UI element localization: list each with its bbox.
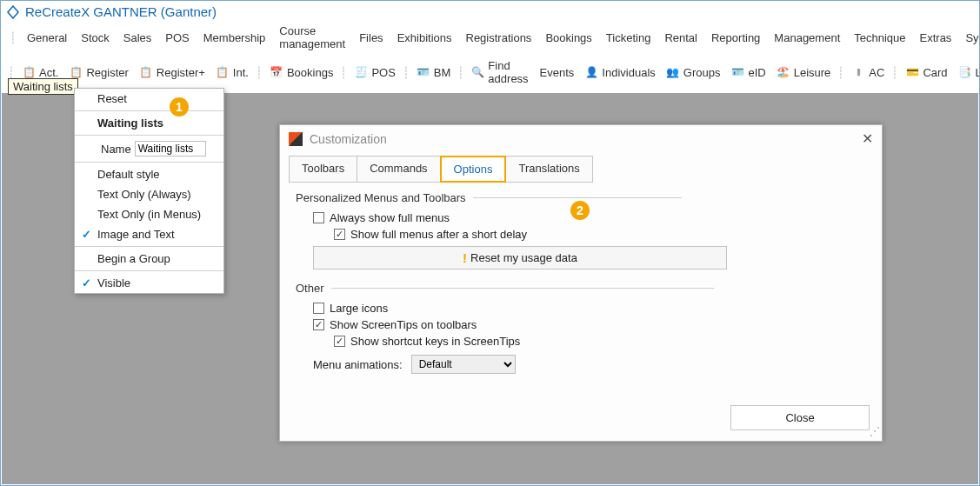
checkbox-checked-icon: ✓ xyxy=(334,229,345,240)
ctx-reset[interactable]: Reset xyxy=(75,89,223,109)
close-button[interactable]: Close xyxy=(730,405,870,430)
close-icon[interactable]: ✕ xyxy=(862,130,873,147)
id-card-icon: 🪪 xyxy=(730,65,744,79)
dialog-icon xyxy=(289,132,303,146)
ctx-waiting-lists[interactable]: Waiting lists xyxy=(75,113,223,133)
ctx-default-style[interactable]: Default style xyxy=(75,164,223,184)
clipboard-icon: 📋 xyxy=(22,65,36,79)
ctx-name-input[interactable] xyxy=(135,141,206,156)
resize-grip-icon[interactable]: ⋰ xyxy=(870,425,878,437)
tool-ac[interactable]: ⦀AC xyxy=(846,63,890,81)
menu-bookings[interactable]: Bookings xyxy=(538,30,598,46)
toolbar-separator: ┊ xyxy=(256,66,263,79)
tab-toolbars[interactable]: Toolbars xyxy=(289,156,357,183)
ctx-text-only-menus[interactable]: Text Only (in Menus) xyxy=(75,204,223,224)
menu-sales[interactable]: Sales xyxy=(117,30,159,46)
annotation-1: 1 xyxy=(170,97,189,117)
tool-register-plus[interactable]: 📋Register+ xyxy=(134,63,210,81)
leisure-icon: 🏖️ xyxy=(777,65,790,79)
ctx-text-only-always[interactable]: Text Only (Always) xyxy=(75,184,223,204)
menu-files[interactable]: Files xyxy=(352,30,390,46)
check-icon: ✓ xyxy=(82,276,97,290)
menu-pos[interactable]: POS xyxy=(158,30,196,46)
tool-eid[interactable]: 🪪eID xyxy=(725,63,770,81)
context-menu: Reset Waiting lists Name Default style T… xyxy=(74,88,224,294)
ctx-name-row: Name xyxy=(75,137,223,160)
tab-translations[interactable]: Translations xyxy=(505,156,592,183)
search-icon: 🔍 xyxy=(471,65,484,79)
checkbox-icon xyxy=(313,303,324,314)
toolbar-separator: ┊ xyxy=(340,66,347,79)
menu-extras[interactable]: Extras xyxy=(913,30,959,46)
toolbar-separator: ┊ xyxy=(891,66,898,79)
dialog-footer: Close xyxy=(730,405,870,430)
chk-after-delay[interactable]: ✓ Show full menus after a short delay xyxy=(334,228,866,241)
checkbox-icon xyxy=(313,212,324,223)
menu-exhibitions[interactable]: Exhibitions xyxy=(390,30,459,46)
chk-large-icons[interactable]: Large icons xyxy=(313,302,866,315)
menu-animations-row: Menu animations: Default xyxy=(296,355,866,374)
toolbar-separator: ┊ xyxy=(403,66,410,79)
toolbar-separator: ┊ xyxy=(837,66,844,79)
annotation-2: 2 xyxy=(570,201,590,220)
clipboard-icon: 📋 xyxy=(69,65,83,79)
chk-screentips[interactable]: ✓ Show ScreenTips on toolbars xyxy=(313,318,866,331)
tab-options[interactable]: Options xyxy=(440,156,507,183)
menu-registrations[interactable]: Registrations xyxy=(459,30,539,46)
chk-shortcut-keys[interactable]: ✓ Show shortcut keys in ScreenTips xyxy=(334,335,866,348)
customization-dialog: Customization ✕ Toolbars Commands Option… xyxy=(279,124,883,442)
barcode-icon: ⦀ xyxy=(851,65,865,79)
tool-bm[interactable]: 🪪BM xyxy=(411,63,457,81)
ctx-image-and-text[interactable]: ✓Image and Text xyxy=(75,224,223,244)
checkbox-checked-icon: ✓ xyxy=(334,336,345,347)
calendar-icon: 📅 xyxy=(270,65,283,79)
group-other: Other Large icons ✓ Show ScreenTips on t… xyxy=(296,282,866,374)
person-icon: 👤 xyxy=(584,65,598,79)
tool-pos[interactable]: 🧾POS xyxy=(349,63,400,81)
people-icon: 👥 xyxy=(666,65,680,79)
checkbox-checked-icon: ✓ xyxy=(313,319,324,330)
menu-rental[interactable]: Rental xyxy=(657,30,704,46)
menu-course-management[interactable]: Course management xyxy=(272,23,352,52)
dialog-tabs: Toolbars Commands Options Translations xyxy=(289,156,873,183)
reset-usage-data-button[interactable]: ! Reset my usage data xyxy=(313,246,727,270)
menu-animations-select[interactable]: Default xyxy=(411,355,516,374)
menubar: ┊ General Stock Sales POS Membership Cou… xyxy=(1,21,979,54)
menu-management[interactable]: Management xyxy=(767,30,847,46)
tool-groups[interactable]: 👥Groups xyxy=(661,63,726,81)
tool-find-address[interactable]: 🔍Find address xyxy=(466,57,534,87)
ctx-visible[interactable]: ✓Visible xyxy=(75,273,223,293)
card-icon: 🪪 xyxy=(417,65,430,79)
tool-events[interactable]: Events xyxy=(535,64,580,81)
dialog-header: Customization ✕ xyxy=(280,125,882,152)
tool-int[interactable]: 📋Int. xyxy=(210,63,254,81)
clipboard-icon: 📋 xyxy=(216,65,230,79)
clipboard-icon: 📋 xyxy=(139,65,153,79)
card-icon: 💳 xyxy=(905,65,919,79)
dialog-title: Customization xyxy=(310,132,387,146)
waiting-lists-tag[interactable]: Waiting lists xyxy=(8,78,78,95)
menubar-separator: ┊ xyxy=(10,31,17,44)
menu-animations-label: Menu animations: xyxy=(313,358,403,371)
tool-bookings[interactable]: 📅Bookings xyxy=(264,63,338,81)
list-icon: 📑 xyxy=(958,65,972,79)
tool-individuals[interactable]: 👤Individuals xyxy=(579,63,660,81)
tool-leisure[interactable]: 🏖️Leisure xyxy=(771,63,837,81)
check-icon: ✓ xyxy=(82,228,97,241)
menu-technique[interactable]: Technique xyxy=(847,30,912,46)
menu-system[interactable]: System xyxy=(958,30,980,46)
chk-always-full-menus[interactable]: Always show full menus xyxy=(313,211,866,224)
menu-membership[interactable]: Membership xyxy=(197,30,273,46)
tool-logging[interactable]: 📑Logging xyxy=(953,63,980,81)
tab-commands[interactable]: Commands xyxy=(357,156,440,183)
cash-icon: 🧾 xyxy=(354,65,368,79)
menu-ticketing[interactable]: Ticketing xyxy=(599,30,658,46)
tool-card[interactable]: 💳Card xyxy=(900,63,952,81)
app-title: ReCreateX GANTNER (Gantner) xyxy=(25,4,217,19)
app-logo-icon xyxy=(6,5,20,19)
menu-general[interactable]: General xyxy=(20,30,74,46)
menu-stock[interactable]: Stock xyxy=(74,30,117,46)
titlebar: ReCreateX GANTNER (Gantner) xyxy=(1,1,979,21)
menu-reporting[interactable]: Reporting xyxy=(704,30,767,46)
ctx-begin-group[interactable]: Begin a Group xyxy=(75,249,223,269)
